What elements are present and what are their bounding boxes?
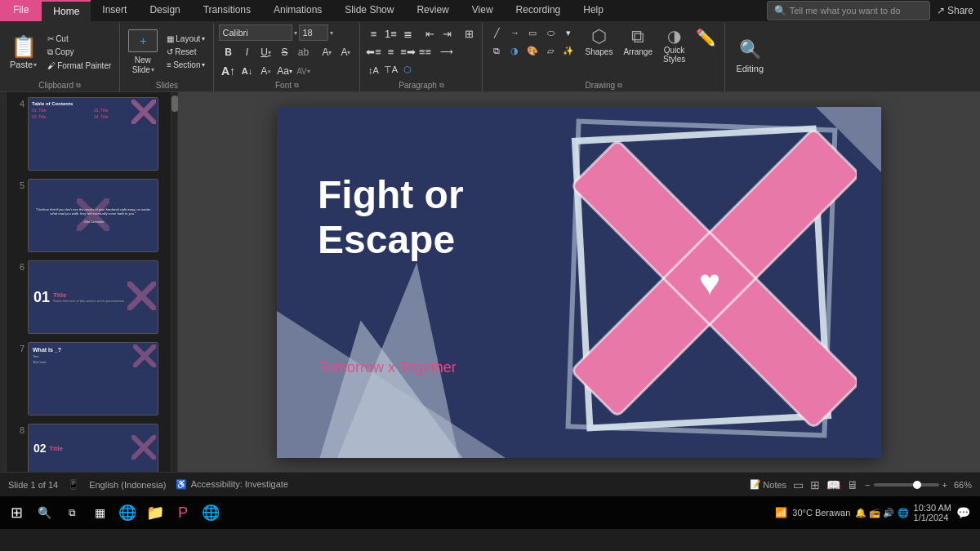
- system-tray-icons[interactable]: 🔔 📻 🔊 🌐: [855, 508, 908, 518]
- zoom-decrease[interactable]: −: [865, 480, 870, 490]
- layout-button[interactable]: ▦ Layout ▾: [163, 33, 208, 45]
- tab-slideshow[interactable]: Slide Show: [333, 0, 405, 21]
- drawing-expand-icon[interactable]: ⧉: [617, 82, 622, 90]
- left-scrollbar[interactable]: [0, 92, 7, 472]
- tab-help[interactable]: Help: [572, 0, 615, 21]
- font-family-arrow[interactable]: ▾: [294, 29, 297, 37]
- taskbar-taskview[interactable]: ⧉: [59, 500, 85, 526]
- clear-formatting[interactable]: A×: [256, 63, 274, 79]
- slide-item-5[interactable]: 5 "I believe that if you don't see the r…: [10, 176, 167, 256]
- tab-animations[interactable]: Animations: [262, 0, 333, 21]
- paste-button[interactable]: 📋 Paste ▾: [5, 33, 42, 71]
- align-right[interactable]: ≡➡: [399, 45, 416, 60]
- tab-insert[interactable]: Insert: [91, 0, 138, 21]
- highlight-arrow[interactable]: ▾: [347, 49, 350, 56]
- increase-indent[interactable]: ⇥: [439, 27, 455, 42]
- change-case[interactable]: Aa▾: [275, 63, 293, 79]
- format-painter-button[interactable]: 🖌 Format Painter: [44, 60, 114, 72]
- reading-view-button[interactable]: 📖: [826, 478, 840, 491]
- tab-view[interactable]: View: [461, 0, 505, 21]
- taskbar-widgets[interactable]: ▦: [87, 500, 113, 526]
- tab-review[interactable]: Review: [405, 0, 460, 21]
- font-color-arrow[interactable]: ▾: [328, 49, 332, 56]
- share-button[interactable]: ↗ Share: [937, 5, 973, 16]
- font-expand-icon[interactable]: ⧉: [294, 82, 299, 90]
- presenter-view-button[interactable]: 🖥: [847, 478, 858, 491]
- tab-file[interactable]: File: [0, 0, 42, 21]
- font-family-input[interactable]: [219, 24, 292, 41]
- quick-styles-btn[interactable]: ◑: [506, 42, 523, 59]
- normal-view-button[interactable]: ▭: [793, 478, 804, 491]
- slide-canvas[interactable]: Fight or Escape Tomorrow x Together: [277, 107, 881, 458]
- text-spacing[interactable]: AV▾: [294, 63, 312, 79]
- new-slide-arrow[interactable]: ▾: [151, 66, 154, 73]
- highlight-button[interactable]: A ▾: [336, 44, 354, 60]
- taskbar-start[interactable]: ⊞: [3, 500, 29, 526]
- language-indicator[interactable]: English (Indonesia): [89, 480, 166, 490]
- align-center[interactable]: ≡: [382, 45, 399, 60]
- shadow-button[interactable]: ab: [294, 44, 312, 60]
- oval-shape[interactable]: ⬭: [541, 24, 559, 41]
- column-button[interactable]: ⊞: [461, 27, 477, 42]
- shape-effects[interactable]: ✨: [559, 42, 577, 59]
- bullets-button[interactable]: ≡: [365, 27, 381, 42]
- slide-sorter-button[interactable]: ⊞: [810, 478, 820, 491]
- section-button[interactable]: ≡ Section ▾: [163, 59, 208, 71]
- multilevel-list-button[interactable]: ≣: [399, 27, 416, 42]
- tab-home[interactable]: Home: [42, 0, 91, 21]
- reset-button[interactable]: ↺ Reset: [163, 46, 208, 58]
- slide-item-6[interactable]: 6 01 Title Some text here of this sectio…: [10, 257, 167, 337]
- slide-info-icon[interactable]: 📱: [68, 479, 79, 490]
- justify[interactable]: ≡≡: [416, 45, 433, 60]
- rect-shape[interactable]: ▭: [523, 24, 541, 41]
- shape-fill[interactable]: 🎨: [523, 42, 541, 59]
- font-size-increase[interactable]: A↑: [219, 63, 237, 79]
- slide-item-7[interactable]: 7 What Is _? Text Text here: [10, 339, 167, 419]
- decrease-indent[interactable]: ⇤: [421, 27, 438, 42]
- zoom-slider[interactable]: − +: [865, 480, 947, 490]
- search-bar[interactable]: 🔍 Tell me what you want to do: [767, 1, 930, 20]
- taskbar-powerpoint[interactable]: P: [170, 500, 196, 526]
- more-shapes[interactable]: ▾: [559, 24, 577, 41]
- arrange-button[interactable]: ⧉ Arrange: [620, 24, 656, 58]
- arrow-shape[interactable]: →: [506, 24, 523, 41]
- slide-panel-scrollbar[interactable]: [172, 92, 178, 472]
- slide-item-8[interactable]: 8 02 Title: [10, 420, 167, 472]
- font-color-button[interactable]: A ▾: [318, 44, 336, 60]
- taskbar-edge[interactable]: 🌐: [114, 500, 140, 526]
- text-direction[interactable]: ↕A: [365, 63, 381, 78]
- quick-styles-button[interactable]: ◑ Quick Styles: [660, 24, 688, 65]
- notification-button[interactable]: 💬: [956, 506, 970, 519]
- wifi-icon[interactable]: 📶: [775, 507, 787, 518]
- shape-outline[interactable]: ▱: [541, 42, 559, 59]
- arrange-btn[interactable]: ⧉: [488, 42, 506, 59]
- line-shape[interactable]: ╱: [488, 24, 506, 41]
- cut-button[interactable]: ✂ Cut: [44, 33, 114, 45]
- numbering-button[interactable]: 1≡: [382, 27, 399, 42]
- paragraph-expand-icon[interactable]: ⧉: [439, 82, 444, 90]
- slide-item-4[interactable]: 4 Table of Contents 01. Title 02. Title …: [10, 94, 167, 174]
- paste-dropdown-arrow[interactable]: ▾: [33, 61, 37, 69]
- align-left[interactable]: ⬅≡: [365, 45, 381, 60]
- weather-info[interactable]: 30°C Berawan: [792, 508, 850, 518]
- font-size-arrow[interactable]: ▾: [330, 29, 333, 37]
- accessibility-indicator[interactable]: ♿ Accessibility: Investigate: [176, 479, 288, 490]
- italic-button[interactable]: I: [238, 44, 256, 60]
- underline-button[interactable]: U ▾: [256, 44, 274, 60]
- new-slide-button[interactable]: + New Slide ▾: [125, 28, 161, 76]
- smart-art[interactable]: ⟶: [439, 45, 455, 60]
- zoom-increase[interactable]: +: [942, 480, 947, 490]
- clock[interactable]: 10:30 AM1/1/2024: [914, 503, 951, 522]
- clipboard-expand-icon[interactable]: ⧉: [76, 82, 81, 90]
- tab-transitions[interactable]: Transitions: [192, 0, 262, 21]
- convert-smartart[interactable]: ⬡: [399, 63, 416, 78]
- bold-button[interactable]: B: [219, 44, 237, 60]
- tab-recording[interactable]: Recording: [505, 0, 572, 21]
- taskbar-explorer[interactable]: 📁: [142, 500, 168, 526]
- copy-button[interactable]: ⧉ Copy: [44, 46, 114, 59]
- strikethrough-button[interactable]: S: [275, 44, 293, 60]
- tab-design[interactable]: Design: [138, 0, 191, 21]
- font-size-decrease[interactable]: A↓: [238, 63, 256, 79]
- notes-button[interactable]: 📝 Notes: [750, 479, 786, 490]
- taskbar-edge2[interactable]: 🌐: [198, 500, 224, 526]
